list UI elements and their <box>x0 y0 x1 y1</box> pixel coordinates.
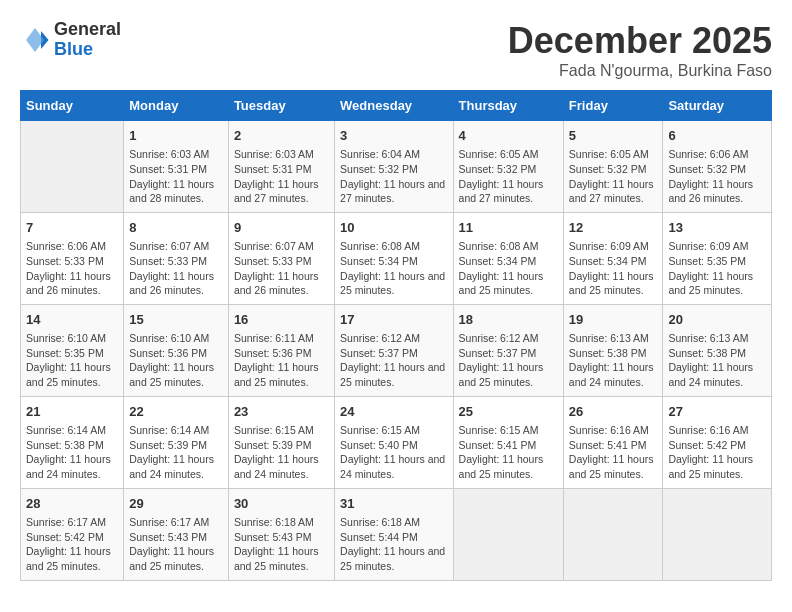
calendar-cell <box>563 488 663 580</box>
day-number: 9 <box>234 219 329 237</box>
calendar-cell: 11Sunrise: 6:08 AMSunset: 5:34 PMDayligh… <box>453 212 563 304</box>
cell-content: Sunrise: 6:14 AMSunset: 5:38 PMDaylight:… <box>26 423 118 482</box>
calendar-cell: 30Sunrise: 6:18 AMSunset: 5:43 PMDayligh… <box>228 488 334 580</box>
calendar-cell <box>453 488 563 580</box>
day-number: 14 <box>26 311 118 329</box>
calendar-cell: 15Sunrise: 6:10 AMSunset: 5:36 PMDayligh… <box>124 304 229 396</box>
calendar-cell: 22Sunrise: 6:14 AMSunset: 5:39 PMDayligh… <box>124 396 229 488</box>
calendar-cell: 4Sunrise: 6:05 AMSunset: 5:32 PMDaylight… <box>453 121 563 213</box>
calendar-cell: 2Sunrise: 6:03 AMSunset: 5:31 PMDaylight… <box>228 121 334 213</box>
day-number: 2 <box>234 127 329 145</box>
page-title: December 2025 <box>508 20 772 62</box>
day-number: 24 <box>340 403 447 421</box>
page-subtitle: Fada N'gourma, Burkina Faso <box>508 62 772 80</box>
calendar-cell: 20Sunrise: 6:13 AMSunset: 5:38 PMDayligh… <box>663 304 772 396</box>
calendar-header-row: SundayMondayTuesdayWednesdayThursdayFrid… <box>21 91 772 121</box>
calendar-cell: 5Sunrise: 6:05 AMSunset: 5:32 PMDaylight… <box>563 121 663 213</box>
calendar-cell: 14Sunrise: 6:10 AMSunset: 5:35 PMDayligh… <box>21 304 124 396</box>
day-number: 22 <box>129 403 223 421</box>
calendar-cell: 10Sunrise: 6:08 AMSunset: 5:34 PMDayligh… <box>335 212 453 304</box>
cell-content: Sunrise: 6:08 AMSunset: 5:34 PMDaylight:… <box>459 239 558 298</box>
day-number: 26 <box>569 403 658 421</box>
cell-content: Sunrise: 6:12 AMSunset: 5:37 PMDaylight:… <box>459 331 558 390</box>
day-number: 25 <box>459 403 558 421</box>
calendar-week-5: 28Sunrise: 6:17 AMSunset: 5:42 PMDayligh… <box>21 488 772 580</box>
cell-content: Sunrise: 6:15 AMSunset: 5:40 PMDaylight:… <box>340 423 447 482</box>
cell-content: Sunrise: 6:09 AMSunset: 5:34 PMDaylight:… <box>569 239 658 298</box>
calendar-week-4: 21Sunrise: 6:14 AMSunset: 5:38 PMDayligh… <box>21 396 772 488</box>
header-day-monday: Monday <box>124 91 229 121</box>
day-number: 18 <box>459 311 558 329</box>
cell-content: Sunrise: 6:18 AMSunset: 5:44 PMDaylight:… <box>340 515 447 574</box>
calendar-cell: 16Sunrise: 6:11 AMSunset: 5:36 PMDayligh… <box>228 304 334 396</box>
header-day-wednesday: Wednesday <box>335 91 453 121</box>
cell-content: Sunrise: 6:16 AMSunset: 5:41 PMDaylight:… <box>569 423 658 482</box>
day-number: 21 <box>26 403 118 421</box>
cell-content: Sunrise: 6:17 AMSunset: 5:42 PMDaylight:… <box>26 515 118 574</box>
day-number: 10 <box>340 219 447 237</box>
calendar-cell: 12Sunrise: 6:09 AMSunset: 5:34 PMDayligh… <box>563 212 663 304</box>
day-number: 31 <box>340 495 447 513</box>
calendar-body: 1Sunrise: 6:03 AMSunset: 5:31 PMDaylight… <box>21 121 772 581</box>
cell-content: Sunrise: 6:08 AMSunset: 5:34 PMDaylight:… <box>340 239 447 298</box>
calendar-cell: 27Sunrise: 6:16 AMSunset: 5:42 PMDayligh… <box>663 396 772 488</box>
page-header: General Blue December 2025 Fada N'gourma… <box>20 20 772 80</box>
calendar-cell: 6Sunrise: 6:06 AMSunset: 5:32 PMDaylight… <box>663 121 772 213</box>
day-number: 16 <box>234 311 329 329</box>
calendar-cell: 18Sunrise: 6:12 AMSunset: 5:37 PMDayligh… <box>453 304 563 396</box>
cell-content: Sunrise: 6:16 AMSunset: 5:42 PMDaylight:… <box>668 423 766 482</box>
day-number: 4 <box>459 127 558 145</box>
day-number: 20 <box>668 311 766 329</box>
calendar-cell: 7Sunrise: 6:06 AMSunset: 5:33 PMDaylight… <box>21 212 124 304</box>
cell-content: Sunrise: 6:15 AMSunset: 5:39 PMDaylight:… <box>234 423 329 482</box>
calendar-cell: 17Sunrise: 6:12 AMSunset: 5:37 PMDayligh… <box>335 304 453 396</box>
day-number: 8 <box>129 219 223 237</box>
cell-content: Sunrise: 6:06 AMSunset: 5:33 PMDaylight:… <box>26 239 118 298</box>
day-number: 1 <box>129 127 223 145</box>
cell-content: Sunrise: 6:04 AMSunset: 5:32 PMDaylight:… <box>340 147 447 206</box>
cell-content: Sunrise: 6:03 AMSunset: 5:31 PMDaylight:… <box>234 147 329 206</box>
calendar-cell: 23Sunrise: 6:15 AMSunset: 5:39 PMDayligh… <box>228 396 334 488</box>
logo-blue-text: Blue <box>54 39 93 59</box>
calendar-cell: 13Sunrise: 6:09 AMSunset: 5:35 PMDayligh… <box>663 212 772 304</box>
day-number: 11 <box>459 219 558 237</box>
cell-content: Sunrise: 6:05 AMSunset: 5:32 PMDaylight:… <box>569 147 658 206</box>
day-number: 19 <box>569 311 658 329</box>
header-day-friday: Friday <box>563 91 663 121</box>
calendar-cell <box>663 488 772 580</box>
calendar-cell: 1Sunrise: 6:03 AMSunset: 5:31 PMDaylight… <box>124 121 229 213</box>
logo-general-text: General <box>54 19 121 39</box>
header-day-tuesday: Tuesday <box>228 91 334 121</box>
cell-content: Sunrise: 6:13 AMSunset: 5:38 PMDaylight:… <box>569 331 658 390</box>
calendar-cell: 26Sunrise: 6:16 AMSunset: 5:41 PMDayligh… <box>563 396 663 488</box>
cell-content: Sunrise: 6:12 AMSunset: 5:37 PMDaylight:… <box>340 331 447 390</box>
calendar-cell: 8Sunrise: 6:07 AMSunset: 5:33 PMDaylight… <box>124 212 229 304</box>
cell-content: Sunrise: 6:07 AMSunset: 5:33 PMDaylight:… <box>234 239 329 298</box>
cell-content: Sunrise: 6:09 AMSunset: 5:35 PMDaylight:… <box>668 239 766 298</box>
header-day-thursday: Thursday <box>453 91 563 121</box>
title-block: December 2025 Fada N'gourma, Burkina Fas… <box>508 20 772 80</box>
calendar-week-2: 7Sunrise: 6:06 AMSunset: 5:33 PMDaylight… <box>21 212 772 304</box>
day-number: 27 <box>668 403 766 421</box>
calendar-week-1: 1Sunrise: 6:03 AMSunset: 5:31 PMDaylight… <box>21 121 772 213</box>
day-number: 13 <box>668 219 766 237</box>
cell-content: Sunrise: 6:14 AMSunset: 5:39 PMDaylight:… <box>129 423 223 482</box>
cell-content: Sunrise: 6:13 AMSunset: 5:38 PMDaylight:… <box>668 331 766 390</box>
calendar-cell <box>21 121 124 213</box>
day-number: 15 <box>129 311 223 329</box>
day-number: 23 <box>234 403 329 421</box>
day-number: 30 <box>234 495 329 513</box>
logo-icon <box>20 25 50 55</box>
day-number: 12 <box>569 219 658 237</box>
calendar-cell: 28Sunrise: 6:17 AMSunset: 5:42 PMDayligh… <box>21 488 124 580</box>
cell-content: Sunrise: 6:11 AMSunset: 5:36 PMDaylight:… <box>234 331 329 390</box>
calendar-cell: 19Sunrise: 6:13 AMSunset: 5:38 PMDayligh… <box>563 304 663 396</box>
cell-content: Sunrise: 6:17 AMSunset: 5:43 PMDaylight:… <box>129 515 223 574</box>
calendar-table: SundayMondayTuesdayWednesdayThursdayFrid… <box>20 90 772 581</box>
calendar-cell: 31Sunrise: 6:18 AMSunset: 5:44 PMDayligh… <box>335 488 453 580</box>
cell-content: Sunrise: 6:18 AMSunset: 5:43 PMDaylight:… <box>234 515 329 574</box>
day-number: 29 <box>129 495 223 513</box>
day-number: 17 <box>340 311 447 329</box>
day-number: 5 <box>569 127 658 145</box>
day-number: 3 <box>340 127 447 145</box>
